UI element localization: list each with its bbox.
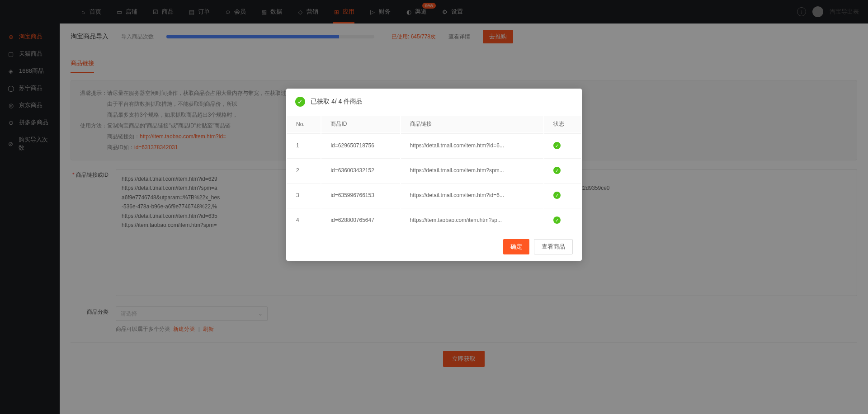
table-row: 1id=629650718756https://detail.tmall.com… <box>287 133 581 157</box>
check-icon: ✓ <box>553 167 561 174</box>
modal-title: 已获取 4/ 4 件商品 <box>311 98 363 106</box>
result-table: No. 商品ID 商品链接 状态 1id=629650718756https:/… <box>286 115 582 233</box>
col-status: 状态 <box>544 116 581 132</box>
check-icon: ✓ <box>553 192 561 199</box>
modal-overlay[interactable]: ✓ 已获取 4/ 4 件商品 No. 商品ID 商品链接 状态 1id=6296… <box>0 0 868 414</box>
check-icon: ✓ <box>553 142 561 149</box>
view-goods-button[interactable]: 查看商品 <box>534 239 573 254</box>
col-no: No. <box>287 116 321 132</box>
modal-header: ✓ 已获取 4/ 4 件商品 <box>286 89 582 115</box>
success-icon: ✓ <box>295 97 305 107</box>
table-row: 3id=635996766153https://detail.tmall.com… <box>287 183 581 207</box>
table-row: 4id=628800765647https://item.taobao.com/… <box>287 208 581 232</box>
table-row: 2id=636003432152https://detail.tmall.com… <box>287 158 581 182</box>
ok-button[interactable]: 确定 <box>503 239 529 254</box>
col-link: 商品链接 <box>401 116 543 132</box>
check-icon: ✓ <box>553 216 561 224</box>
modal-footer: 确定 查看商品 <box>286 233 582 261</box>
col-pid: 商品ID <box>321 116 400 132</box>
fetch-result-modal: ✓ 已获取 4/ 4 件商品 No. 商品ID 商品链接 状态 1id=6296… <box>286 89 582 261</box>
